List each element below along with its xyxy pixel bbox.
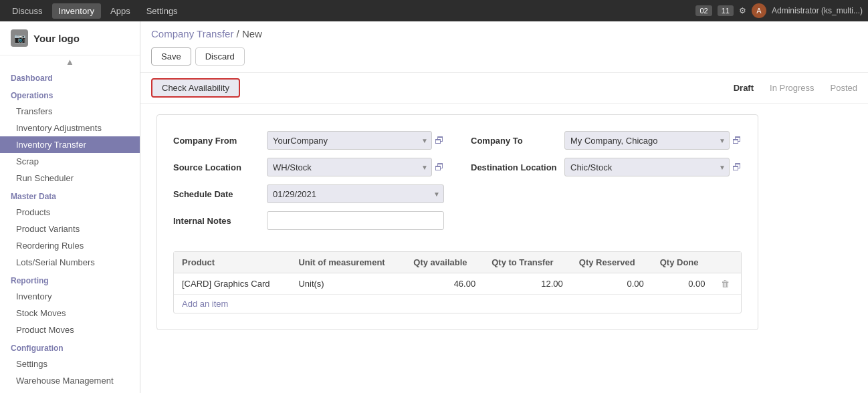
col-qty-reserved: Qty Reserved (571, 252, 652, 273)
sidebar: 📷 Your logo ▲ Dashboard Operations Trans… (0, 21, 140, 393)
form-card: Company From YourCompany ▼ 🗗 (156, 114, 758, 330)
sidebar-item-product-moves[interactable]: Product Moves (0, 321, 140, 338)
products-table-container: Product Unit of measurement Qty availabl… (173, 251, 742, 313)
sidebar-item-inventory[interactable]: Inventory (0, 288, 140, 305)
table-row: [CARD] Graphics Card Unit(s) 46.00 12.00… (174, 273, 741, 295)
cell-qty-reserved: 0.00 (571, 273, 652, 295)
cell-qty-transfer: 12.00 (483, 273, 571, 295)
company-to-field-wrapper: My Company, Chicago ▼ 🗗 (564, 131, 742, 150)
source-location-row: Source Location WH/Stock ▼ 🗗 (173, 158, 444, 176)
destination-location-select[interactable]: Chic/Stock (564, 158, 730, 176)
company-from-select-wrapper: YourCompany ▼ (267, 131, 432, 150)
sidebar-item-stock-moves[interactable]: Stock Moves (0, 305, 140, 321)
sidebar-item-inventory-adjustments[interactable]: Inventory Adjustments (0, 120, 140, 136)
products-table: Product Unit of measurement Qty availabl… (174, 252, 741, 295)
internal-notes-input[interactable] (267, 211, 444, 230)
nav-discuss[interactable]: Discuss (5, 3, 49, 19)
cell-uom: Unit(s) (290, 273, 405, 295)
breadcrumb: Company Transfer / New (151, 28, 857, 39)
top-navigation: Discuss Inventory Apps Settings 02 11 ⚙ … (0, 0, 868, 21)
top-nav-right: 02 11 ⚙ A Administrator (ks_multi...) (695, 3, 863, 18)
col-qty-transfer: Qty to Transfer (483, 252, 571, 273)
top-nav-left: Discuss Inventory Apps Settings (5, 3, 185, 19)
toolbar: Save Discard (151, 43, 857, 70)
scroll-up-indicator: ▲ (0, 55, 140, 68)
sidebar-item-transfers[interactable]: Transfers (0, 103, 140, 120)
source-location-select-wrapper: WH/Stock ▼ (267, 158, 432, 176)
destination-location-field-wrapper: Chic/Stock ▼ 🗗 (564, 158, 742, 176)
activity-count-icon: 11 (718, 5, 734, 16)
add-item-link[interactable]: Add an item (174, 295, 236, 313)
sidebar-item-scrap[interactable]: Scrap (0, 153, 140, 170)
sidebar-item-warehouse-management[interactable]: Warehouse Management (0, 372, 140, 389)
breadcrumb-current: New (242, 28, 262, 39)
destination-location-row: Destination Location Chic/Stock ▼ 🗗 (471, 158, 742, 176)
sidebar-item-run-scheduler[interactable]: Run Scheduler (0, 170, 140, 186)
discard-button[interactable]: Discard (195, 47, 245, 66)
sidebar-item-lots-serial-numbers[interactable]: Lots/Serial Numbers (0, 254, 140, 271)
nav-inventory[interactable]: Inventory (52, 3, 101, 19)
source-location-external-link-icon[interactable]: 🗗 (435, 162, 444, 172)
form-left-col: Company From YourCompany ▼ 🗗 (173, 131, 444, 238)
breadcrumb-parent[interactable]: Company Transfer (151, 28, 233, 39)
status-posted: Posted (831, 83, 857, 93)
source-location-field-wrapper: WH/Stock ▼ 🗗 (267, 158, 444, 176)
sidebar-section-master-data: Master Data (0, 186, 140, 204)
internal-notes-label: Internal Notes (173, 216, 260, 226)
col-actions (713, 252, 741, 273)
internal-notes-row: Internal Notes (173, 211, 444, 230)
form-container: Company From YourCompany ▼ 🗗 (140, 104, 868, 393)
cell-delete: 🗑 (713, 273, 741, 295)
content-area: Company Transfer / New Save Discard Chec… (140, 21, 868, 393)
sidebar-item-reordering-rules[interactable]: Reordering Rules (0, 237, 140, 254)
schedule-date-select[interactable]: 01/29/2021 (267, 184, 444, 203)
form-fields-grid: Company From YourCompany ▼ 🗗 (173, 131, 742, 238)
schedule-date-label: Schedule Date (173, 189, 260, 199)
delete-row-icon[interactable]: 🗑 (721, 279, 730, 289)
save-button[interactable]: Save (151, 47, 191, 66)
company-to-select[interactable]: My Company, Chicago (564, 131, 730, 150)
action-status-bar: Check Availability Draft In Progress Pos… (140, 73, 868, 104)
company-from-row: Company From YourCompany ▼ 🗗 (173, 131, 444, 150)
company-from-field-wrapper: YourCompany ▼ 🗗 (267, 131, 444, 150)
add-item-row: Add an item (174, 295, 741, 313)
company-from-select[interactable]: YourCompany (267, 131, 432, 150)
company-to-select-wrapper: My Company, Chicago ▼ (564, 131, 730, 150)
source-location-select[interactable]: WH/Stock (267, 158, 432, 176)
company-to-label: Company To (471, 136, 558, 146)
cell-qty-available: 46.00 (405, 273, 483, 295)
nav-apps[interactable]: Apps (104, 3, 137, 19)
discuss-count-icon: 02 (695, 5, 712, 16)
company-from-external-link-icon[interactable]: 🗗 (435, 135, 444, 146)
powered-by: Powered by Odoo (0, 389, 140, 393)
source-location-label: Source Location (173, 162, 260, 172)
company-to-row: Company To My Company, Chicago ▼ 🗗 (471, 131, 742, 150)
status-steps: Draft In Progress Posted (734, 83, 857, 93)
status-draft: Draft (734, 83, 754, 93)
nav-settings[interactable]: Settings (140, 3, 185, 19)
page-header: Company Transfer / New Save Discard (140, 21, 868, 73)
sidebar-section-dashboard: Dashboard (0, 68, 140, 86)
settings-icon[interactable]: ⚙ (739, 6, 746, 15)
form-right-col: Company To My Company, Chicago ▼ 🗗 (471, 131, 742, 238)
sidebar-section-operations: Operations (0, 86, 140, 103)
sidebar-item-inventory-transfer[interactable]: Inventory Transfer (0, 136, 140, 153)
breadcrumb-separator: / (237, 28, 242, 39)
user-name: Administrator (ks_multi...) (772, 6, 863, 15)
sidebar-item-settings[interactable]: Settings (0, 356, 140, 372)
cell-qty-done: 0.00 (652, 273, 714, 295)
destination-location-select-wrapper: Chic/Stock ▼ (564, 158, 730, 176)
col-product: Product (174, 252, 290, 273)
col-uom: Unit of measurement (290, 252, 405, 273)
cell-product: [CARD] Graphics Card (174, 273, 290, 295)
sidebar-item-product-variants[interactable]: Product Variants (0, 221, 140, 237)
schedule-date-row: Schedule Date 01/29/2021 ▼ (173, 184, 444, 203)
sidebar-logo: 📷 Your logo (0, 21, 140, 55)
sidebar-item-products[interactable]: Products (0, 204, 140, 221)
destination-location-external-link-icon[interactable]: 🗗 (732, 162, 742, 172)
logo-icon: 📷 (11, 29, 28, 47)
company-to-external-link-icon[interactable]: 🗗 (732, 135, 742, 146)
check-availability-button[interactable]: Check Availability (151, 78, 240, 98)
schedule-date-select-wrapper: 01/29/2021 ▼ (267, 184, 444, 203)
company-from-label: Company From (173, 136, 260, 146)
